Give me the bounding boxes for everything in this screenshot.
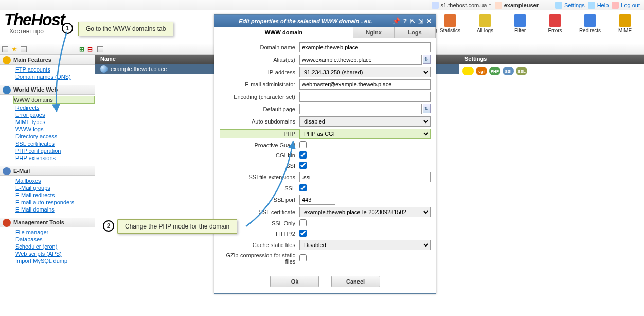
sidebar-item-ssl-certificates[interactable]: SSL certificates [15,140,95,147]
dialog-tabs: WWW domain Nginx Logs [214,27,436,38]
minus-icon[interactable]: ⊟ [87,46,93,53]
tab-logs[interactable]: Logs [395,27,436,38]
annotation-number-1: 1 [62,23,73,34]
sidebar-item-www-logs[interactable]: WWW logs [15,126,95,133]
pin-icon[interactable]: 📌 [392,17,400,25]
aliases-expand-icon[interactable]: ⇅ [423,55,431,64]
autosub-select[interactable]: disabled [299,116,431,127]
sidebar-section-management-tools[interactable]: Management Tools [0,217,95,227]
annotation-callout-1: Go to the WWW domains tab [78,22,173,36]
expand-icon[interactable] [21,46,27,52]
badge-cgi: cgi [476,67,487,75]
php-select[interactable]: PHP as CGI [299,129,431,139]
email-input[interactable] [299,79,431,90]
label-cache: Cache static files [220,242,299,248]
cancel-button[interactable]: Cancel [331,276,380,287]
tool-all-logs[interactable]: All logs [470,14,500,33]
tool-mime[interactable]: MIME [610,14,640,33]
close-icon[interactable]: ✕ [426,17,432,25]
encoding-input[interactable] [299,92,431,102]
logout-link[interactable]: Log out [621,2,640,8]
ssl-checkbox[interactable] [299,184,307,191]
dialog-title: Edit properties of the selected WWW doma… [219,18,392,24]
sidebar-item-file-manager[interactable]: File manager [15,229,95,236]
tool-redirects[interactable]: Redirects [575,14,605,33]
aliases-input[interactable] [299,55,422,65]
cache-select[interactable]: Disabled [299,240,431,250]
restore-icon[interactable]: ⇲ [418,17,423,25]
tool-filter[interactable]: Filter [505,14,535,33]
sidebar-section-world-wide-web[interactable]: World Wide Web [0,84,95,95]
tab-www-domain[interactable]: WWW domain [214,27,353,38]
tab-nginx[interactable]: Nginx [353,27,395,38]
ip-select[interactable]: 91.234.33.250 (shared) [299,67,431,77]
sslcert-select[interactable]: example.theweb.place-le-202309281502 [299,207,431,217]
plus-icon[interactable]: ⊞ [79,46,84,53]
sidebar-item-redirects[interactable]: Redirects [15,104,95,111]
sidebar-item-web-scripts-aps-[interactable]: Web scripts (APS) [15,250,95,257]
settings-link[interactable]: Settings [564,2,585,8]
sslport-input[interactable] [299,195,335,205]
sidebar-section-e-mail[interactable]: E-Mail [0,166,95,176]
edit-domain-dialog: Edit properties of the selected WWW doma… [214,14,436,294]
cgi-checkbox[interactable] [299,151,307,159]
settings-panel: Settings cgiPHPSSISSL [459,44,644,78]
logout-icon [612,2,619,9]
label-aliases: Alias(es) [220,57,299,63]
sidebar-item-e-mail-auto-responders[interactable]: E-mail auto-responders [15,199,95,206]
help-dialog-icon[interactable]: ? [403,17,407,25]
default-page-input[interactable] [299,104,422,114]
sidebar-item-e-mail-domains[interactable]: E-Mail domains [15,206,95,213]
list-icon[interactable] [2,46,8,52]
label-email: E-mail administrator [220,81,299,87]
sidebar-item-scheduler-cron-[interactable]: Scheduler (cron) [15,243,95,250]
label-proactive: Proactive Guard [220,142,299,148]
dialog-footer: Ok Cancel [214,271,436,293]
sidebar-item-import-mysql-dump[interactable]: Import MySQL dump [15,257,95,265]
domain-name-cell: example.theweb.place [111,66,167,72]
logo: TheHost [4,10,65,29]
server-icon [432,2,439,9]
label-gzip: GZip-compression for static files [220,252,299,265]
sidebar-item-php-extensions[interactable]: PHP extensions [15,154,95,162]
ssi-checkbox[interactable] [299,162,307,169]
sidebar-item-databases[interactable]: Databases [15,236,95,243]
label-cgi: CGI-bin [220,152,299,159]
sidebar-item-mailboxes[interactable]: Mailboxes [15,177,95,184]
proactive-checkbox[interactable] [299,141,307,148]
sidebar-item-php-configuration[interactable]: PHP configuration [15,147,95,154]
tool-errors[interactable]: Errors [540,14,570,33]
sidebar-item-e-mail-groups[interactable]: E-Mail groups [15,184,95,191]
sidebar-item-error-pages[interactable]: Error pages [15,111,95,118]
settings-header: Settings [459,55,644,64]
ok-button[interactable]: Ok [270,276,319,287]
star-icon[interactable]: ★ [11,45,17,53]
dialog-form: Domain name Alias(es)⇅ IP-address91.234.… [214,38,436,271]
sidebar-toolbar: ★ ⊞ ⊟ [0,44,95,55]
dialog-header[interactable]: Edit properties of the selected WWW doma… [214,15,436,27]
sslonly-checkbox[interactable] [299,219,307,226]
sidebar-item-ftp-accounts[interactable]: FTP accounts [15,66,95,73]
maximize-icon[interactable]: ⇱ [410,17,415,25]
domain-name-input[interactable] [299,42,431,52]
col-list-icon[interactable] [97,46,103,52]
http2-checkbox[interactable] [299,230,307,237]
sidebar-item-www-domains[interactable]: WWW domains [13,96,95,104]
ssiext-input[interactable] [299,172,431,182]
sidebar-section-main-features[interactable]: Main Features [0,55,95,65]
tool-statistics[interactable]: Statistics [435,14,465,33]
sidebar-item-mime-types[interactable]: MIME types [15,118,95,126]
sidebar-item-e-mail-redirects[interactable]: E-Mail redirects [15,191,95,199]
user-label: exampleuser [504,2,539,8]
gzip-checkbox[interactable] [299,254,307,261]
badge-SSL: SSL [516,67,527,75]
sidebar: ★ ⊞ ⊟ Main FeaturesFTP accountsDomain na… [0,44,95,316]
help-link[interactable]: Help [597,2,609,8]
sidebar-item-directory-access[interactable]: Directory access [15,133,95,140]
label-ssi: SSI [220,163,299,169]
label-domain-name: Domain name [220,44,299,50]
sidebar-item-domain-names-dns-[interactable]: Domain names (DNS) [15,73,95,80]
default-expand-icon[interactable]: ⇅ [423,104,431,113]
settings-icon [555,2,562,9]
badge-SSI: SSI [503,67,514,75]
